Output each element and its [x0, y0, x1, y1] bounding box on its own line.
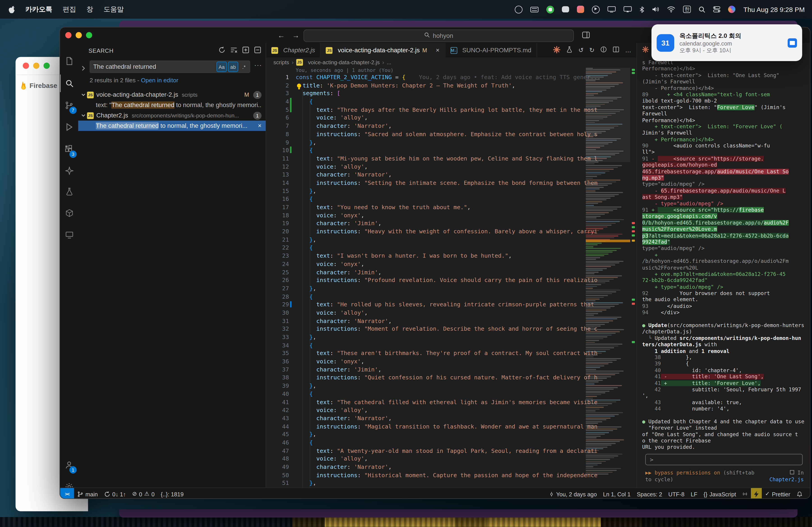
code-line[interactable]: 43 character: 'Narrator', — [266, 415, 637, 423]
calendar-notification[interactable]: 31 옥소폴리틱스 2.0 회의 calendar.google.com 오후 … — [651, 24, 802, 61]
assistant-transcript[interactable]: s FarewellPerformance)</h4> - text-cente… — [637, 58, 810, 453]
code-line[interactable]: 21 }, — [266, 236, 637, 244]
source-control-icon[interactable]: 7 — [60, 96, 78, 114]
collapse-all-icon[interactable] — [254, 46, 261, 56]
zoom-button[interactable] — [86, 32, 92, 38]
code-line[interactable]: 23 text: "I wasn't born a hunter. I was … — [266, 252, 637, 260]
tab-suno-ai-prompts[interactable]: M↓ SUNO-AI-PROMPTS.md — [445, 43, 537, 58]
whole-word-toggle[interactable]: ab — [228, 62, 238, 72]
bluetooth-icon[interactable] — [639, 6, 644, 13]
close-tab-icon[interactable]: × — [436, 47, 439, 54]
code-line[interactable]: 14 instructions: "Setting the intimate s… — [266, 179, 637, 187]
copilot-icon[interactable] — [60, 162, 78, 180]
code-line[interactable]: 51 }, — [266, 479, 637, 487]
code-line[interactable]: 40 { — [266, 390, 637, 398]
vscode-window[interactable]: ← → hohyon 7 — [60, 27, 810, 499]
code-line[interactable]: 27 }, — [266, 284, 637, 292]
code-line[interactable]: 32 instructions: "Moment of revelation. … — [266, 325, 637, 333]
docker-icon[interactable] — [60, 205, 78, 222]
refresh-icon[interactable] — [218, 46, 226, 56]
navigate-back-icon[interactable]: ← — [278, 31, 285, 40]
dismiss-match-icon[interactable]: × — [258, 122, 261, 130]
code-line[interactable]: 1const CHAPTER_2_VOICE_ACTING = {You, 2 … — [266, 74, 637, 81]
volume-icon[interactable] — [652, 6, 659, 13]
code-line[interactable]: 31 character: 'Narrator', — [266, 317, 637, 325]
kakaotalk-status-icon[interactable] — [546, 5, 554, 13]
search-input[interactable]: The cathedral returned Aa ab .* — [89, 61, 250, 73]
code-line[interactable]: 13 character: 'Narrator', — [266, 171, 637, 179]
code-line[interactable]: 18 voice: 'onyx', — [266, 211, 637, 220]
control-center-icon[interactable] — [713, 6, 721, 13]
result-file-row[interactable]: JS Chapter2.js src/components/writings/k… — [78, 110, 266, 121]
match-case-toggle[interactable]: Aa — [217, 62, 227, 72]
menu-app-name[interactable]: 카카오톡 — [26, 5, 52, 14]
code-line[interactable]: 3 segments: [ — [266, 90, 637, 98]
code-line[interactable]: 34 { — [266, 342, 637, 350]
code-line[interactable]: 2 title: 'K-pop Demon Hunters: Chapter 2… — [266, 81, 637, 90]
result-match-row[interactable]: text: "The cathedral returned to normal,… — [78, 100, 266, 110]
formatter-status[interactable]: ✓Prettier — [762, 491, 793, 497]
keyboard-icon[interactable] — [530, 6, 539, 12]
history-back-icon[interactable]: ↺ — [578, 47, 583, 54]
result-match-row-selected[interactable]: The cathedral returned to normal, the gh… — [78, 121, 266, 131]
explorer-icon[interactable] — [60, 52, 78, 70]
code-line[interactable]: 41 text: "The cathedral filled with ethe… — [266, 398, 637, 406]
display-icon[interactable] — [607, 6, 616, 13]
search-icon[interactable] — [60, 75, 79, 92]
code-line[interactable]: 38 instructions: "Quiet confession of hi… — [266, 374, 637, 382]
input-source-icon[interactable]: 한 — [683, 6, 691, 13]
result-file-row[interactable]: JS voice-acting-data-chapter-2.js script… — [78, 90, 266, 100]
code-line[interactable]: 19 character: 'Jimin', — [266, 220, 637, 228]
accounts-icon[interactable]: 1 — [60, 456, 78, 473]
search-details-icon[interactable]: ··· — [254, 62, 262, 69]
radio-tower-icon[interactable] — [739, 491, 751, 497]
testing-icon[interactable] — [60, 183, 78, 200]
code-line[interactable]: 24 voice: 'onyx', — [266, 260, 637, 268]
branch-status[interactable]: main — [74, 491, 101, 497]
code-line[interactable]: 12 voice: 'alloy', — [266, 163, 637, 171]
code-line[interactable]: 44 instructions: "Magical transition to … — [266, 423, 637, 431]
code-line[interactable]: 46 { — [266, 439, 637, 447]
code-line[interactable]: 28 { — [266, 292, 637, 301]
code-line[interactable]: 4 { — [266, 98, 637, 106]
history-forward-icon[interactable]: ↻ — [589, 47, 595, 54]
close-button[interactable] — [23, 63, 29, 69]
customize-layout-icon[interactable] — [582, 31, 590, 41]
code-line[interactable]: 20 instructions: "Heavy with the weight … — [266, 228, 637, 236]
open-in-editor-link[interactable]: Open in editor — [141, 77, 178, 84]
screen-mirroring-icon[interactable] — [623, 6, 632, 13]
language-mode-status[interactable]: {}JavaScript — [700, 491, 739, 497]
breadcrumb[interactable]: scripts› JS voice-acting-data-chapter-2.… — [266, 58, 637, 67]
code-line[interactable]: 26 instructions: "Profound revelation. V… — [266, 276, 637, 284]
code-line[interactable]: 17 text: "You need to know the truth abo… — [266, 203, 637, 211]
code-line[interactable]: 39 }, — [266, 382, 637, 390]
assistant-prompt-input[interactable]: > — [645, 454, 803, 465]
code-line[interactable]: 5 text: "Three days after the Beverly Hi… — [266, 106, 637, 114]
code-line[interactable]: 30 voice: 'alloy', — [266, 309, 637, 317]
code-line[interactable]: 16 { — [266, 195, 637, 203]
tab-voice-acting-data[interactable]: JS voice-acting-data-chapter-2.js M × — [321, 43, 445, 58]
notifications-bell-icon[interactable] — [793, 491, 806, 497]
code-line[interactable]: 45 }, — [266, 431, 637, 439]
code-line[interactable]: 8 instructions: "Sacred and solemn atmos… — [266, 130, 637, 138]
extensions-icon[interactable]: 3 — [60, 140, 78, 158]
blame-status[interactable]: You, 2 days ago — [546, 491, 600, 497]
clear-search-results-icon[interactable] — [230, 46, 237, 56]
code-line[interactable]: 49 character: 'Narrator', — [266, 463, 637, 471]
run-debug-icon[interactable] — [60, 118, 78, 135]
code-line[interactable]: 29 text: "He rolled up his sleeves, reve… — [266, 301, 637, 309]
code-line[interactable]: 25 character: 'Jimin', — [266, 268, 637, 276]
close-button[interactable] — [65, 32, 72, 38]
menu-window[interactable]: 창 — [86, 5, 93, 14]
record-status-icon[interactable] — [515, 5, 522, 13]
git-blame-lens[interactable]: You, seconds ago | 1 author (You) — [266, 67, 637, 74]
minimize-button[interactable] — [33, 63, 40, 69]
code-line[interactable]: 7 character: 'Narrator', — [266, 122, 637, 130]
problems-status[interactable]: ⊘0 ⚠0 — [129, 491, 158, 497]
app-status-icon[interactable] — [577, 6, 584, 13]
code-line[interactable]: 15 }, — [266, 187, 637, 195]
open-new-search-editor-icon[interactable] — [242, 46, 249, 56]
toggle-replace-icon[interactable] — [81, 63, 85, 73]
sync-status[interactable]: 0↓ 1↑ — [101, 491, 129, 497]
code-line[interactable]: 9 }, — [266, 138, 637, 147]
